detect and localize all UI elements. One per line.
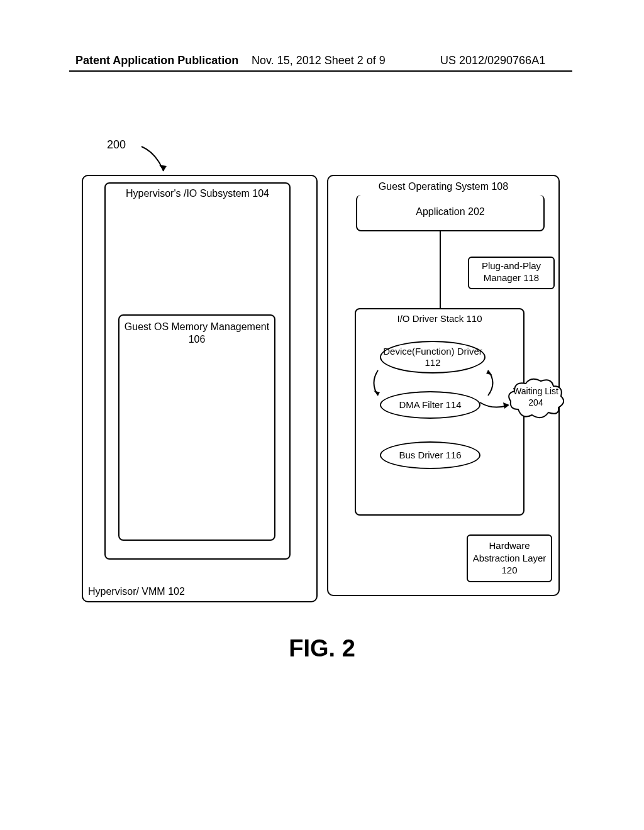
device-driver-ellipse: Device(Function) Driver 112 xyxy=(380,341,486,374)
guest-os-memory-label: Guest OS Memory Management 106 xyxy=(119,321,274,346)
header-left: Patent Application Publication xyxy=(75,54,238,67)
io-driver-stack-label: I/O Driver Stack 110 xyxy=(356,313,523,324)
bus-driver-ellipse: Bus Driver 116 xyxy=(380,441,480,469)
guest-os-memory-box: Guest OS Memory Management 106 xyxy=(118,314,275,541)
svg-marker-0 xyxy=(159,165,167,171)
guest-os-label: Guest Operating System 108 xyxy=(328,181,558,192)
header-rule xyxy=(69,70,572,72)
figure-caption: FIG. 2 xyxy=(0,635,644,662)
header-right: US 2012/0290766A1 xyxy=(440,54,545,67)
io-driver-stack-box: I/O Driver Stack 110 Device(Function) Dr… xyxy=(355,308,525,516)
waiting-list-cloud: Waiting List 204 xyxy=(506,375,566,423)
svg-marker-4 xyxy=(486,370,492,375)
figure-area: 200 Hypervisor/ VMM 102 Hypervisor's /IO… xyxy=(82,138,560,629)
waiting-list-label: Waiting List 204 xyxy=(506,386,566,408)
svg-marker-3 xyxy=(374,390,380,396)
io-subsystem-label: Hypervisor's /IO Subsystem 104 xyxy=(106,187,289,200)
header-mid: Nov. 15, 2012 Sheet 2 of 9 xyxy=(252,54,386,67)
hypervisor-vmm-label: Hypervisor/ VMM 102 xyxy=(88,586,185,597)
page: Patent Application Publication Nov. 15, … xyxy=(0,0,644,830)
guest-os-box: Guest Operating System 108 Application 2… xyxy=(327,175,560,596)
hardware-abstraction-box: Hardware Abstraction Layer 120 xyxy=(467,534,552,582)
arrow-device-to-dma-icon xyxy=(369,367,400,399)
reference-arrow-icon xyxy=(138,143,170,175)
reference-200: 200 xyxy=(107,138,126,152)
arrow-dma-to-device-icon xyxy=(469,367,501,399)
plug-and-play-box: Plug-and-Play Manager 118 xyxy=(468,257,555,289)
application-box: Application 202 xyxy=(356,195,545,231)
dma-filter-ellipse: DMA Filter 114 xyxy=(380,391,480,419)
